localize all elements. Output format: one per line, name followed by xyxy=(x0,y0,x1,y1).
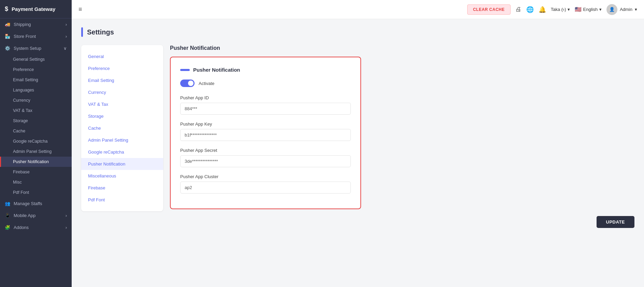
topbar-right: CLEAR CACHE 🖨 🌐 🔔 Taka (৳) ▾ 🇺🇸 English … xyxy=(467,4,637,15)
submenu-email-setting[interactable]: Email Setting xyxy=(0,75,72,85)
mobile-app-label: Mobile App xyxy=(14,213,35,218)
storefront-icon: 🏪 xyxy=(5,34,10,39)
addons-arrow-icon: › xyxy=(66,225,67,230)
nav-cache[interactable]: Cache xyxy=(81,122,163,134)
submenu-pdf-font[interactable]: Pdf Font xyxy=(0,187,72,198)
nav-email-setting[interactable]: Email Setting xyxy=(81,74,163,86)
mobile-app-icon: 📱 xyxy=(5,213,10,218)
submenu-firebase[interactable]: Firebase xyxy=(0,167,72,177)
avatar: 👤 xyxy=(606,4,617,15)
sidebar-item-shipping[interactable]: 🚚 Shipping › xyxy=(0,18,72,30)
main-area: ≡ CLEAR CACHE 🖨 🌐 🔔 Taka (৳) ▾ 🇺🇸 Englis… xyxy=(72,0,644,287)
activate-toggle[interactable] xyxy=(180,80,195,87)
pusher-app-id-input[interactable] xyxy=(180,103,351,115)
nav-vat-tax[interactable]: VAT & Tax xyxy=(81,98,163,110)
shipping-arrow-icon: › xyxy=(66,22,67,27)
shipping-icon: 🚚 xyxy=(5,22,10,27)
update-button[interactable]: UPDATE xyxy=(597,216,634,228)
shipping-label: Shipping xyxy=(14,22,31,27)
content-area: Settings General Preference Email Settin… xyxy=(72,19,644,287)
submenu-google-recaptcha[interactable]: Google reCaptcha xyxy=(0,136,72,146)
nav-pdf-font[interactable]: Pdf Font xyxy=(81,194,163,206)
user-name: Admin xyxy=(620,7,632,12)
pusher-app-cluster-group: Pusher App Cluster xyxy=(180,174,351,193)
pusher-app-id-group: Pusher App ID xyxy=(180,95,351,115)
sidebar: $ Payment Gateway 🚚 Shipping › 🏪 Store F… xyxy=(0,0,72,287)
pusher-app-secret-label: Pusher App Secret xyxy=(180,148,351,153)
pusher-app-key-label: Pusher App Key xyxy=(180,121,351,127)
submenu-cache[interactable]: Cache xyxy=(0,126,72,136)
nav-general[interactable]: General xyxy=(81,51,163,62)
submenu-vat-tax[interactable]: VAT & Tax xyxy=(0,105,72,116)
topbar: ≡ CLEAR CACHE 🖨 🌐 🔔 Taka (৳) ▾ 🇺🇸 Englis… xyxy=(72,0,644,19)
addons-icon: 🧩 xyxy=(5,225,10,230)
system-setup-arrow-icon: ∨ xyxy=(63,46,67,51)
flag-icon: 🇺🇸 xyxy=(575,6,582,13)
submenu-languages[interactable]: Languages xyxy=(0,85,72,95)
activate-row: Activate xyxy=(180,80,351,87)
payment-gateway-icon: $ xyxy=(5,5,8,13)
hamburger-icon[interactable]: ≡ xyxy=(78,6,82,13)
card-header-title: Pusher Notification xyxy=(193,67,240,73)
activate-label: Activate xyxy=(199,81,214,86)
card-header-bar xyxy=(180,69,190,71)
sidebar-item-system-setup[interactable]: ⚙️ System Setup ∨ xyxy=(0,42,72,54)
submenu-misc[interactable]: Misc xyxy=(0,177,72,187)
submenu-pusher-notification[interactable]: Pusher Notification xyxy=(0,157,72,167)
nav-miscellaneous[interactable]: Miscellaneous xyxy=(81,170,163,182)
print-icon[interactable]: 🖨 xyxy=(515,6,521,13)
section-title: Pusher Notification xyxy=(170,45,634,51)
submenu-preference[interactable]: Preference xyxy=(0,64,72,75)
nav-pusher-notification[interactable]: Pusher Notification xyxy=(81,158,163,170)
toggle-thumb xyxy=(188,81,194,86)
sidebar-item-storefront[interactable]: 🏪 Store Front › xyxy=(0,30,72,42)
language-selector[interactable]: 🇺🇸 English ▾ xyxy=(575,6,602,13)
pusher-app-id-label: Pusher App ID xyxy=(180,95,351,100)
globe-icon[interactable]: 🌐 xyxy=(526,6,534,13)
user-menu[interactable]: 👤 Admin ▾ xyxy=(606,4,637,15)
submenu-storage[interactable]: Storage xyxy=(0,116,72,126)
system-setup-icon: ⚙️ xyxy=(5,46,10,51)
pusher-card: Pusher Notification Activate Pusher App … xyxy=(170,57,361,209)
submenu-general-settings[interactable]: General Settings xyxy=(0,54,72,64)
topbar-left: ≡ xyxy=(78,6,82,13)
nav-currency[interactable]: Currency xyxy=(81,86,163,98)
manage-staffs-label: Manage Staffs xyxy=(14,201,42,206)
currency-selector[interactable]: Taka (৳) ▾ xyxy=(551,7,570,12)
pusher-app-key-input[interactable] xyxy=(180,129,351,141)
page-title: Settings xyxy=(87,28,114,36)
settings-content: Pusher Notification Pusher Notification … xyxy=(170,45,634,228)
pusher-app-secret-input[interactable] xyxy=(180,155,351,167)
storefront-arrow-icon: › xyxy=(66,34,67,39)
settings-nav-panel: General Preference Email Setting Currenc… xyxy=(81,45,163,211)
nav-admin-panel-setting[interactable]: Admin Panel Setting xyxy=(81,134,163,146)
language-label: English xyxy=(583,7,598,12)
submenu-currency[interactable]: Currency xyxy=(0,95,72,105)
settings-layout: General Preference Email Setting Currenc… xyxy=(81,45,634,228)
nav-firebase[interactable]: Firebase xyxy=(81,182,163,194)
currency-arrow-icon: ▾ xyxy=(568,7,570,12)
page-header: Settings xyxy=(81,27,634,37)
sidebar-item-manage-staffs[interactable]: 👥 Manage Staffs xyxy=(0,198,72,210)
manage-staffs-icon: 👥 xyxy=(5,201,10,206)
mobile-app-arrow-icon: › xyxy=(66,213,67,218)
addons-label: Addons xyxy=(14,225,29,230)
storefront-label: Store Front xyxy=(14,34,36,39)
nav-google-recaptcha[interactable]: Google reCaptcha xyxy=(81,146,163,158)
system-setup-label: System Setup xyxy=(14,46,41,51)
pusher-app-cluster-label: Pusher App Cluster xyxy=(180,174,351,179)
pusher-app-key-group: Pusher App Key xyxy=(180,121,351,141)
sidebar-header-label: Payment Gateway xyxy=(12,6,55,12)
pusher-app-cluster-input[interactable] xyxy=(180,182,351,193)
clear-cache-button[interactable]: CLEAR CACHE xyxy=(467,4,511,15)
sidebar-header[interactable]: $ Payment Gateway xyxy=(0,0,72,18)
bell-icon[interactable]: 🔔 xyxy=(539,6,546,13)
nav-storage[interactable]: Storage xyxy=(81,110,163,122)
pusher-app-secret-group: Pusher App Secret xyxy=(180,148,351,167)
sidebar-item-mobile-app[interactable]: 📱 Mobile App › xyxy=(0,210,72,221)
nav-preference[interactable]: Preference xyxy=(81,62,163,74)
sidebar-item-addons[interactable]: 🧩 Addons › xyxy=(0,221,72,233)
page-header-bar xyxy=(81,27,83,37)
card-header: Pusher Notification xyxy=(180,67,351,73)
submenu-admin-panel-setting[interactable]: Admin Panel Setting xyxy=(0,146,72,157)
